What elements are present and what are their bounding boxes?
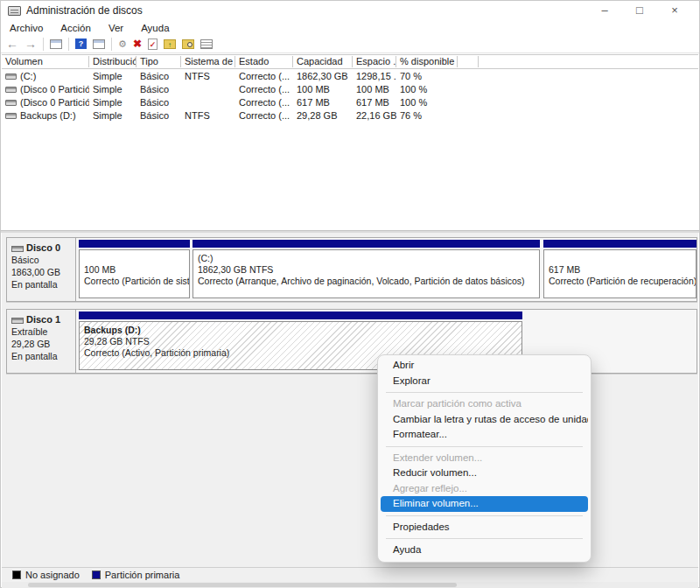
toolbar-separator	[43, 38, 44, 51]
delete-icon[interactable]: ✖	[133, 38, 142, 50]
volume-icon	[5, 100, 17, 106]
partition-color-bar	[79, 312, 522, 319]
check-document-icon[interactable]: ✓	[148, 38, 158, 50]
disk-status: En pantalla	[11, 278, 71, 290]
menu-item-ayuda[interactable]: Ayuda	[381, 542, 588, 558]
legend-unallocated: No asignado	[12, 570, 80, 580]
console-tree-icon[interactable]	[50, 39, 62, 49]
partition-color-bar	[543, 240, 696, 248]
menu-separator	[386, 446, 583, 447]
help-icon[interactable]: ?	[75, 38, 87, 49]
column-filler	[479, 56, 698, 67]
action-icon[interactable]: ⚙	[118, 38, 127, 50]
show-window-icon[interactable]	[93, 39, 105, 49]
menu-separator	[386, 515, 583, 516]
table-row[interactable]: (C:) Simple Básico NTFS Correcto (... 18…	[2, 69, 698, 82]
menu-item-agregar-reflejo: Agregar reflejo...	[381, 481, 588, 497]
column-tipo[interactable]: Tipo	[136, 56, 181, 67]
disk-row-disco-1: Disco 1 Extraíble 29,28 GB En pantalla B…	[6, 309, 697, 374]
disk-size: 29,28 GB	[11, 338, 71, 350]
window-title: Administración de discos	[26, 4, 143, 17]
table-row[interactable]: (Disco 0 Partición 1) Simple Básico Corr…	[2, 82, 698, 95]
folder-up-icon[interactable]: ↑	[164, 39, 176, 49]
menu-item-reducir-volumen[interactable]: Reducir volumen...	[381, 466, 588, 481]
table-row[interactable]: (Disco 0 Partición 4) Simple Básico Corr…	[2, 95, 698, 108]
forward-icon[interactable]: →	[24, 38, 37, 51]
column-sistema[interactable]: Sistema de ...	[181, 56, 235, 67]
primary-partition-swatch	[92, 570, 101, 579]
menu-ver[interactable]: Ver	[108, 23, 123, 33]
horizontal-scrollbar[interactable]	[2, 582, 698, 588]
partition-system[interactable]: 100 MB Correcto (Partición de siste	[79, 240, 190, 298]
maximize-button[interactable]: □	[622, 1, 657, 20]
volume-icon	[5, 113, 17, 119]
menu-item-explorar[interactable]: Explorar	[381, 374, 588, 389]
menu-archivo[interactable]: Archivo	[10, 23, 43, 33]
close-button[interactable]: ×	[657, 1, 692, 20]
legend-primary-partition: Partición primaria	[92, 570, 180, 580]
unallocated-swatch	[12, 570, 21, 579]
toolbar: ← → ? ⚙ ✖ ✓ ↑	[1, 35, 699, 53]
magnifier-icon	[187, 42, 192, 47]
menu-ayuda[interactable]: Ayuda	[141, 23, 169, 33]
disk-info-disco-0[interactable]: Disco 0 Básico 1863,00 GB En pantalla	[7, 238, 76, 301]
column-volumen[interactable]: Volumen	[2, 56, 89, 67]
disk-status: En pantalla	[11, 350, 71, 362]
title-bar: Administración de discos – □ ×	[1, 1, 699, 20]
column-disponible[interactable]: % disponible	[396, 56, 458, 67]
menu-item-propiedades[interactable]: Propiedades	[381, 520, 588, 536]
disk-row-disco-0: Disco 0 Básico 1863,00 GB En pantalla 10…	[6, 237, 697, 302]
menu-item-abrir[interactable]: Abrir	[381, 358, 588, 374]
disk-graphical-view: Disco 0 Básico 1863,00 GB En pantalla 10…	[2, 233, 698, 567]
back-icon[interactable]: ←	[6, 38, 18, 51]
folder-search-icon[interactable]	[182, 39, 194, 49]
menu-bar: Archivo Acción Ver Ayuda	[1, 20, 699, 35]
volume-table-header: Volumen Distribución Tipo Sistema de ...…	[2, 54, 698, 69]
partition-color-bar	[79, 240, 190, 248]
menu-item-extender-volumen: Extender volumen...	[381, 451, 588, 466]
window-controls: – □ ×	[587, 1, 692, 20]
context-menu: Abrir Explorar Marcar partición como act…	[377, 354, 592, 563]
menu-item-formatear[interactable]: Formatear...	[381, 427, 588, 443]
menu-accion[interactable]: Acción	[60, 23, 91, 33]
partition-recovery[interactable]: 617 MB Correcto (Partición de recuperaci…	[543, 240, 696, 298]
disk-type: Extraíble	[11, 326, 71, 338]
partition-strip: 100 MB Correcto (Partición de siste (C:)…	[77, 238, 696, 301]
details-view-icon[interactable]	[200, 39, 213, 49]
disk-icon	[11, 246, 24, 252]
menu-item-marcar-particion: Marcar partición como activa	[381, 396, 588, 412]
disk-type: Básico	[11, 254, 71, 266]
volume-icon	[5, 87, 17, 93]
table-row[interactable]: Backups (D:) Simple Básico NTFS Correcto…	[2, 108, 698, 122]
minimize-button[interactable]: –	[587, 1, 622, 20]
partition-c[interactable]: (C:) 1862,30 GB NTFS Correcto (Arranque,…	[192, 240, 540, 298]
column-capacidad[interactable]: Capacidad	[293, 56, 353, 67]
disk-icon	[11, 318, 24, 324]
partition-color-bar	[192, 240, 540, 248]
legend-bar: No asignado Partición primaria	[2, 567, 698, 582]
disk-management-window: Administración de discos – □ × Archivo A…	[0, 0, 700, 588]
column-espacio[interactable]: Espacio ...	[353, 56, 396, 67]
app-icon	[8, 6, 21, 16]
menu-item-eliminar-volumen[interactable]: Eliminar volumen...	[381, 496, 588, 512]
column-distribucion[interactable]: Distribución	[89, 56, 136, 67]
column-estado[interactable]: Estado	[235, 56, 293, 67]
menu-separator	[386, 392, 583, 393]
toolbar-separator	[68, 38, 69, 51]
volume-icon	[5, 74, 17, 80]
menu-item-cambiar-letra[interactable]: Cambiar la letra y rutas de acceso de un…	[381, 412, 588, 428]
scrollbar-thumb[interactable]	[28, 583, 457, 587]
menu-separator	[386, 538, 583, 539]
disk-info-disco-1[interactable]: Disco 1 Extraíble 29,28 GB En pantalla	[7, 310, 76, 373]
disk-size: 1863,00 GB	[11, 266, 71, 278]
column-filler	[458, 56, 479, 67]
volume-list: Volumen Distribución Tipo Sistema de ...…	[2, 54, 698, 230]
toolbar-separator	[111, 38, 112, 51]
